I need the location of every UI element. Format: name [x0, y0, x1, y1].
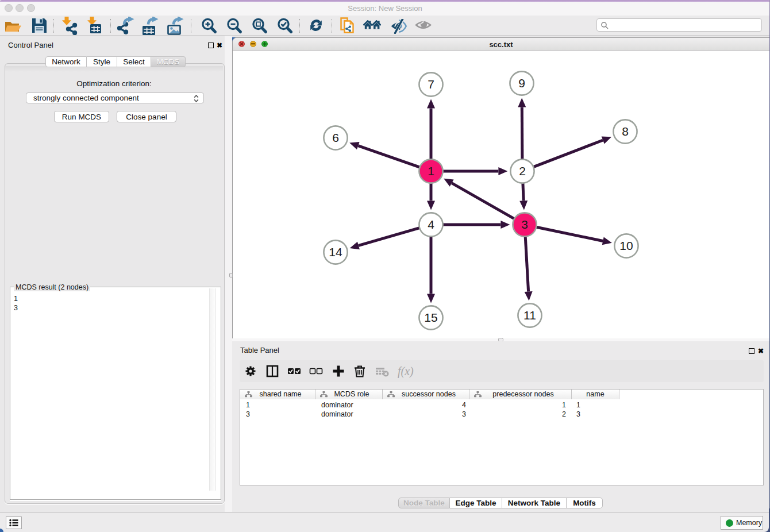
svg-text:15: 15 — [424, 311, 437, 324]
svg-text:7: 7 — [428, 78, 434, 91]
svg-text:1: 1 — [428, 164, 434, 178]
svg-text:11: 11 — [523, 309, 536, 322]
svg-text:14: 14 — [329, 245, 342, 259]
svg-text:4: 4 — [428, 218, 434, 231]
svg-text:10: 10 — [619, 239, 633, 252]
svg-text:9: 9 — [518, 76, 525, 90]
svg-text:8: 8 — [622, 125, 629, 138]
svg-text:2: 2 — [519, 164, 526, 178]
svg-text:3: 3 — [521, 218, 528, 231]
svg-text:6: 6 — [332, 131, 339, 144]
